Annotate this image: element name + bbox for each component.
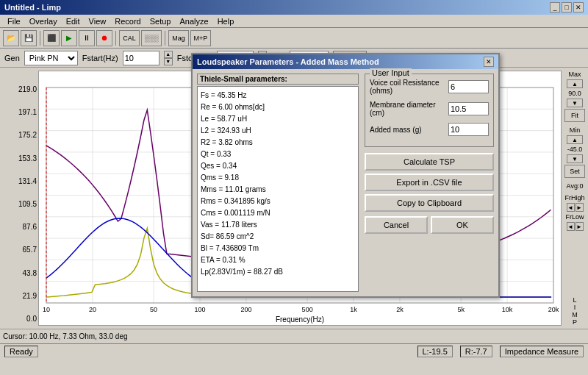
mag-button[interactable]: Mag (168, 30, 189, 46)
toolbar: 📂 💾 ⬛ ▶ ⏸ ⏺ CAL ░░░ Mag M+P (0, 28, 588, 49)
min-down-btn[interactable]: ▼ (567, 154, 583, 163)
param-le: Le = 58.77 uH (201, 113, 355, 125)
copy-clipboard-button[interactable]: Copy to Clipboard (365, 194, 494, 212)
user-input-group: User Input Voice coil Resistance(ohms) M… (365, 74, 494, 147)
menu-record[interactable]: Record (110, 16, 145, 26)
max-value: 90.0 (568, 90, 581, 97)
limp-label: LIMP (572, 296, 578, 326)
minimize-button[interactable]: _ (550, 2, 560, 12)
cancel-button[interactable]: Cancel (365, 216, 428, 234)
y-tick-8: 43.8 (1, 269, 37, 277)
max-down-btn[interactable]: ▼ (567, 99, 583, 107)
right-panel: Max ▲ 90.0 ▼ Fit Min ▲ -45.0 ▼ Set Avg:0… (562, 68, 588, 329)
param-sd: Sd= 86.59 cm^2 (201, 231, 355, 243)
gen-label: Gen (4, 54, 20, 63)
menu-help[interactable]: Help (213, 16, 239, 26)
param-fs: Fs = 45.35 Hz (201, 90, 355, 101)
frhigh-left[interactable]: ◄ (567, 203, 575, 212)
frlow-controls: ◄ ► (567, 222, 584, 231)
menu-analyze[interactable]: Analyze (175, 16, 212, 26)
ok-button[interactable]: OK (431, 216, 494, 234)
added-mass-row: Added mass (g) (370, 123, 489, 136)
menu-view[interactable]: View (85, 16, 111, 26)
voice-coil-input[interactable] (448, 80, 489, 93)
avg-value: Avg:0 (567, 182, 584, 190)
stop-button[interactable]: ⬛ (43, 30, 60, 46)
window-controls[interactable]: _ □ ✕ (550, 2, 584, 12)
fstart-down[interactable]: ▼ (164, 58, 173, 65)
dialog-left-panel: Thiele-Small parameters: Fs = 45.35 Hz R… (197, 74, 359, 292)
gen-select[interactable]: Pink PN White PN Sine (24, 51, 78, 65)
y-axis: 219.0 197.1 175.2 153.3 131.4 109.5 87.6… (0, 68, 38, 329)
maximize-button[interactable]: □ (562, 2, 572, 12)
status-mode: Impedance Measure (500, 346, 584, 357)
membrane-row: Membrane diameter (cm) (370, 101, 489, 117)
menu-edit[interactable]: Edit (62, 16, 85, 26)
param-cms: Cms = 0.001119 m/N (201, 207, 355, 219)
fstart-up[interactable]: ▲ (164, 51, 173, 58)
set-button[interactable]: Set (564, 165, 585, 178)
param-l2: L2 = 324.93 uH (201, 125, 355, 137)
param-spacer (201, 278, 355, 290)
cal-button[interactable]: CAL (119, 30, 140, 46)
record-button[interactable]: ⏺ (96, 30, 112, 46)
fstart-spinner[interactable]: ▲ ▼ (164, 51, 173, 65)
y-tick-6: 87.6 (1, 223, 37, 231)
frhigh-controls: ◄ ► (567, 203, 584, 212)
frlow-left[interactable]: ◄ (567, 222, 575, 231)
y-tick-0: 219.0 (1, 85, 37, 93)
toolbar-separator-1 (40, 31, 40, 46)
fit-button[interactable]: Fit (564, 109, 585, 122)
max-label: Max (568, 71, 581, 78)
play-button[interactable]: ▶ (61, 30, 77, 46)
min-value: -45.0 (567, 146, 583, 153)
param-lp: Lp(2.83V/1m) = 88.27 dB (201, 266, 355, 278)
mp-button[interactable]: M+P (190, 30, 211, 46)
thiele-params-box[interactable]: Fs = 45.35 Hz Re = 6.00 ohms[dc] Le = 58… (197, 86, 359, 292)
membrane-input[interactable] (448, 102, 489, 115)
open-button[interactable]: 📂 (3, 30, 19, 46)
fstart-input[interactable] (123, 51, 159, 65)
dialog-close-button[interactable]: ✕ (484, 57, 494, 67)
param-qt: Qt = 0.33 (201, 149, 355, 160)
menu-file[interactable]: File (3, 16, 25, 26)
param-rms: Rms = 0.341895 kg/s (201, 196, 355, 207)
frlow-label: FrLow (565, 213, 584, 221)
close-button[interactable]: ✕ (573, 2, 584, 12)
membrane-label: Membrane diameter (cm) (370, 101, 445, 117)
y-tick-10: 0.0 (1, 315, 37, 323)
param-bl: Bl = 7.436809 Tm (201, 243, 355, 254)
y-tick-9: 21.9 (1, 292, 37, 300)
noise-button[interactable]: ░░░ (141, 30, 162, 46)
menu-setup[interactable]: Setup (146, 16, 176, 26)
voice-coil-row: Voice coil Resistance(ohms) (370, 79, 489, 95)
status-right: R:-7.7 (460, 346, 492, 357)
added-mass-label: Added mass (g) (370, 126, 445, 134)
voice-coil-label: Voice coil Resistance(ohms) (370, 79, 445, 95)
dialog-title-bar: Loudspeaker Parameters - Added Mass Meth… (193, 54, 498, 69)
y-tick-7: 65.7 (1, 246, 37, 254)
dialog-action-buttons: Cancel OK (365, 216, 494, 234)
status-ready: Ready (4, 346, 38, 357)
bottom-bar: Cursor: 10.00 Hz, 7.33 Ohm, 33.0 deg (0, 329, 588, 343)
window-title: Untitled - Limp (4, 3, 61, 12)
dialog-title: Loudspeaker Parameters - Added Mass Meth… (197, 57, 379, 66)
menu-bar: File Overlay Edit View Record Setup Anal… (0, 15, 588, 28)
param-r2: R2 = 3.82 ohms (201, 137, 355, 149)
toolbar-separator-3 (165, 31, 165, 46)
param-qes: Qes = 0.34 (201, 160, 355, 172)
menu-overlay[interactable]: Overlay (25, 16, 62, 26)
calculate-tsp-button[interactable]: Calculate TSP (365, 153, 494, 171)
y-tick-3: 153.3 (1, 154, 37, 162)
min-up-btn[interactable]: ▲ (567, 135, 583, 144)
y-tick-5: 109.5 (1, 200, 37, 208)
thiele-title: Thiele-Small parameters: (197, 74, 359, 85)
pause-button[interactable]: ⏸ (79, 30, 95, 46)
max-up-btn[interactable]: ▲ (567, 79, 583, 88)
frlow-right[interactable]: ► (576, 222, 584, 231)
added-mass-input[interactable] (448, 123, 489, 136)
export-csv-button[interactable]: Export in .CSV file (365, 174, 494, 191)
cursor-text: Cursor: 10.00 Hz, 7.33 Ohm, 33.0 deg (3, 332, 128, 340)
frhigh-right[interactable]: ► (576, 203, 584, 212)
save-button[interactable]: 💾 (21, 30, 37, 46)
